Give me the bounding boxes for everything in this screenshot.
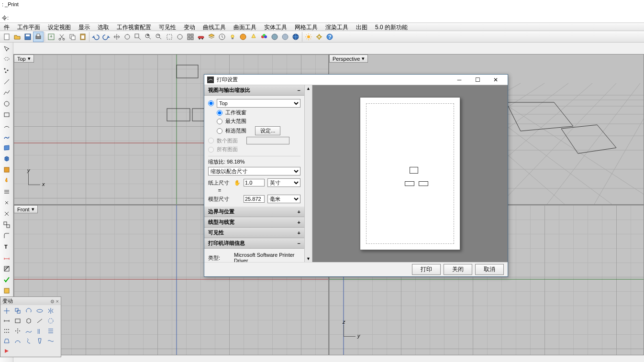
rotate2d-icon[interactable] <box>23 306 34 316</box>
menu-curvetools[interactable]: 曲线工具 <box>199 23 230 31</box>
radio-view[interactable] <box>208 100 214 106</box>
expand-icon[interactable]: + <box>298 209 300 215</box>
set-window-button[interactable]: 设定... <box>255 126 280 135</box>
menu-display[interactable]: 显示 <box>75 23 94 31</box>
polyline-icon[interactable] <box>1 88 12 98</box>
explode-icon[interactable] <box>1 197 12 208</box>
menu-select[interactable]: 选取 <box>94 23 113 31</box>
radio-extent[interactable] <box>217 119 222 124</box>
scalenu-icon[interactable] <box>34 316 45 326</box>
print-icon[interactable] <box>33 32 44 42</box>
close-button[interactable]: 关闭 <box>444 264 472 275</box>
section-view-scale[interactable]: 视图与输出缩放比 − <box>204 85 304 96</box>
menu-surfacetools[interactable]: 曲面工具 <box>230 23 260 31</box>
fillet-icon[interactable] <box>1 230 12 241</box>
vehicle-icon[interactable] <box>196 32 206 42</box>
close-icon[interactable]: ✕ <box>487 75 505 85</box>
scroll-down-icon[interactable]: ▼ <box>305 255 311 262</box>
minimize-icon[interactable]: ─ <box>450 75 468 85</box>
command-history[interactable]: : _Print 令: <box>0 0 644 23</box>
array-icon[interactable] <box>1 326 12 336</box>
play-icon[interactable] <box>1 346 12 356</box>
hand-icon[interactable]: ✋ <box>234 180 241 186</box>
chevron-down-icon[interactable]: ▾ <box>28 55 31 62</box>
viewport-label-top[interactable]: Top▾ <box>14 55 34 63</box>
surface-icon[interactable] <box>1 143 12 153</box>
material-icon[interactable] <box>259 32 269 42</box>
mirror-icon[interactable] <box>45 306 56 316</box>
collapse-icon[interactable]: − <box>298 88 300 93</box>
radio-window[interactable] <box>217 128 222 134</box>
point-icon[interactable] <box>1 66 12 76</box>
copy-icon[interactable] <box>12 306 23 316</box>
zoom-selected-icon[interactable] <box>164 32 175 42</box>
menu-cplane[interactable]: 工作平面 <box>13 23 44 31</box>
print-button[interactable]: 打印 <box>412 264 441 275</box>
section-printer-info[interactable]: 打印机详细信息− <box>204 238 304 249</box>
section-margins[interactable]: 边界与位置+ <box>204 207 304 217</box>
arraycrv-icon[interactable] <box>23 326 34 336</box>
open-icon[interactable] <box>12 32 22 42</box>
zoom-extents-icon[interactable]: − <box>154 32 164 42</box>
close-icon[interactable]: × <box>56 298 59 304</box>
scale3d-icon[interactable] <box>23 316 34 326</box>
menu-rendertools[interactable]: 渲染工具 <box>322 23 352 31</box>
section-visibility[interactable]: 可见性+ <box>204 228 304 238</box>
menu-file[interactable]: 件 <box>0 23 13 31</box>
flow-icon[interactable] <box>45 336 56 346</box>
rect-icon[interactable] <box>1 110 12 120</box>
twist-icon[interactable] <box>23 336 34 346</box>
menu-visibility[interactable]: 可见性 <box>155 23 180 31</box>
4view-icon[interactable] <box>185 32 196 42</box>
taper-icon[interactable] <box>34 336 45 346</box>
flame-icon[interactable] <box>1 176 12 186</box>
curve-icon[interactable] <box>1 132 12 142</box>
expand-icon[interactable]: + <box>298 219 300 225</box>
spotlight-icon[interactable] <box>248 32 259 42</box>
light-icon[interactable] <box>227 32 238 42</box>
arc-icon[interactable] <box>1 121 12 131</box>
section-linetype[interactable]: 线型与线宽+ <box>204 217 304 228</box>
settings-scrollbar[interactable]: ▲ ▼ <box>305 85 312 262</box>
text-icon[interactable]: T <box>1 241 12 252</box>
redo-icon[interactable] <box>101 32 111 42</box>
gear-icon[interactable] <box>314 32 324 42</box>
collapse-icon[interactable]: − <box>298 241 300 246</box>
dim-icon[interactable] <box>1 252 12 263</box>
undo-icon[interactable] <box>90 32 101 42</box>
solid-icon[interactable] <box>1 154 12 164</box>
hatch-icon[interactable] <box>1 263 12 274</box>
menu-transform[interactable]: 变动 <box>180 23 199 31</box>
model-unit-selector[interactable]: 毫米 <box>267 195 300 203</box>
menu-newin5[interactable]: 5.0 的新功能 <box>371 23 411 31</box>
pan-icon[interactable] <box>111 32 122 42</box>
expand-icon[interactable]: + <box>298 230 300 236</box>
cancel-button[interactable]: 取消 <box>475 264 504 275</box>
paper-value-input[interactable] <box>244 179 265 186</box>
line-icon[interactable] <box>1 77 12 87</box>
tool-icon[interactable] <box>1 285 12 296</box>
viewport-label-persp[interactable]: Perspective▾ <box>329 55 368 63</box>
chevron-down-icon[interactable]: ▾ <box>32 206 34 212</box>
zoom-window-icon[interactable] <box>133 32 143 42</box>
help-icon[interactable]: ? <box>324 32 335 42</box>
group-icon[interactable] <box>1 219 12 230</box>
move-icon[interactable] <box>1 306 12 316</box>
paper-unit-selector[interactable]: 英寸 <box>267 178 300 187</box>
bend-icon[interactable] <box>12 336 23 346</box>
rotate3d-icon[interactable] <box>34 306 45 316</box>
transform-panel[interactable]: 变动 ⚙ × || <box>0 296 61 357</box>
align-icon[interactable] <box>45 326 56 336</box>
check-icon[interactable] <box>1 274 12 285</box>
scale2d-icon[interactable] <box>12 316 23 326</box>
arraypolar-icon[interactable] <box>12 326 23 336</box>
viewport-label-front[interactable]: Front▾ <box>14 205 38 213</box>
view-selector[interactable]: Top <box>217 99 300 108</box>
render-icon[interactable] <box>238 32 248 42</box>
lasso-icon[interactable] <box>1 55 12 65</box>
save-icon[interactable] <box>22 32 33 42</box>
menu-solidtools[interactable]: 实体工具 <box>260 23 291 31</box>
arrow-icon[interactable] <box>1 44 12 54</box>
paste-icon[interactable] <box>78 32 88 42</box>
history-icon[interactable] <box>217 32 227 42</box>
